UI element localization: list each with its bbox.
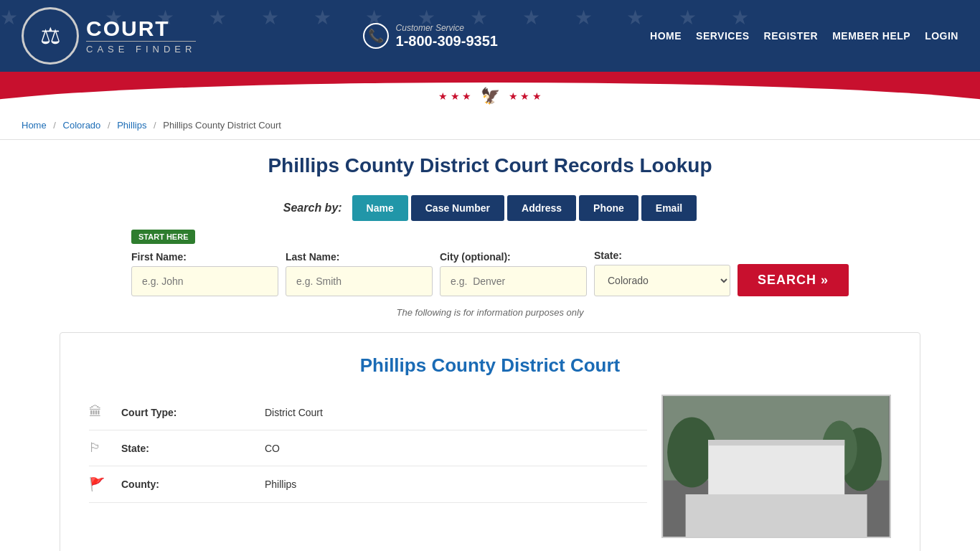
court-type-value: District Court [265, 407, 647, 418]
court-type-label: Court Type: [121, 407, 265, 418]
breadcrumb-sep-2: / [108, 120, 110, 131]
state-field-label: State: [121, 443, 265, 454]
court-state-row: 🏳 State: CO [89, 430, 647, 466]
court-info-card: Phillips County District Court 🏛 Court T… [60, 332, 920, 551]
court-card-title: Phillips County District Court [89, 354, 891, 377]
svg-rect-14 [717, 535, 837, 537]
svg-rect-6 [713, 452, 839, 463]
first-name-group: First Name: [131, 251, 278, 296]
state-field-value: CO [265, 443, 647, 454]
last-name-label: Last Name: [286, 251, 433, 263]
svg-rect-11 [755, 466, 773, 487]
state-select[interactable]: Colorado Alabama Alaska [594, 265, 730, 296]
state-icon: 🏳 [89, 441, 110, 456]
svg-rect-7 [730, 463, 739, 519]
county-field-label: County: [121, 479, 265, 490]
tab-address[interactable]: Address [507, 195, 576, 221]
main-nav: HOME SERVICES REGISTER MEMBER HELP LOGIN [650, 30, 958, 42]
last-name-input[interactable] [286, 266, 433, 296]
breadcrumb-colorado[interactable]: Colorado [63, 120, 101, 131]
svg-rect-10 [815, 463, 824, 519]
court-photo [661, 395, 891, 538]
cs-details: Customer Service 1-800-309-9351 [396, 23, 498, 50]
customer-service: 📞 Customer Service 1-800-309-9351 [363, 23, 498, 50]
cs-number: 1-800-309-9351 [396, 33, 498, 49]
search-form: First Name: Last Name: City (optional): … [131, 250, 849, 296]
city-input[interactable] [440, 266, 587, 296]
court-photo-inner [663, 396, 890, 537]
logo-court-text: COURT [86, 18, 196, 39]
phone-icon: 📞 [363, 23, 389, 49]
eagle-icon: 🦅 [481, 87, 500, 105]
breadcrumb-sep-3: / [154, 120, 156, 131]
svg-rect-8 [745, 463, 753, 519]
search-by-row: Search by: Name Case Number Address Phon… [131, 195, 849, 221]
svg-point-4 [822, 420, 857, 476]
tab-case-number[interactable]: Case Number [411, 195, 504, 221]
svg-rect-13 [762, 501, 790, 537]
svg-rect-5 [720, 459, 833, 537]
first-name-label: First Name: [131, 251, 278, 263]
cs-label: Customer Service [396, 23, 498, 33]
breadcrumb-current: Phillips County District Court [163, 120, 281, 131]
main-content: Phillips County District Court Records L… [0, 140, 980, 551]
start-here-text: START HERE [131, 230, 195, 244]
nav-register[interactable]: REGISTER [764, 30, 819, 42]
star-left: ★ ★ ★ [438, 90, 472, 102]
nav-services[interactable]: SERVICES [696, 30, 750, 42]
logo-badge [22, 7, 79, 65]
nav-login[interactable]: LOGIN [925, 30, 958, 42]
county-field-value: Phillips [265, 479, 647, 490]
last-name-group: Last Name: [286, 251, 433, 296]
wave-emblem: ★ ★ ★ 🦅 ★ ★ ★ [438, 87, 542, 105]
svg-rect-12 [780, 466, 798, 487]
court-type-row: 🏛 Court Type: District Court [89, 395, 647, 430]
wave-divider: ★ ★ ★ 🦅 ★ ★ ★ [0, 72, 980, 111]
state-group: State: Colorado Alabama Alaska [594, 250, 730, 296]
tab-name[interactable]: Name [352, 195, 408, 221]
logo-text: COURT CASE FINDER [86, 18, 196, 55]
tab-phone[interactable]: Phone [579, 195, 639, 221]
tab-email[interactable]: Email [641, 195, 697, 221]
search-area: Search by: Name Case Number Address Phon… [131, 195, 849, 318]
svg-rect-9 [801, 463, 809, 519]
page-title: Phillips County District Court Records L… [22, 154, 958, 177]
state-label: State: [594, 250, 730, 261]
nav-home[interactable]: HOME [650, 30, 682, 42]
city-label: City (optional): [440, 251, 587, 263]
breadcrumb-home[interactable]: Home [22, 120, 47, 131]
star-right: ★ ★ ★ [509, 90, 542, 102]
nav-member-help[interactable]: MEMBER HELP [832, 30, 910, 42]
search-button[interactable]: SEARCH » [738, 264, 849, 296]
site-header: COURT CASE FINDER 📞 Customer Service 1-8… [0, 0, 980, 72]
logo-sub-text: CASE FINDER [86, 41, 196, 55]
start-here-badge: START HERE [131, 230, 849, 250]
court-county-row: 🚩 County: Phillips [89, 466, 647, 503]
logo-area: COURT CASE FINDER [22, 7, 196, 65]
county-icon: 🚩 [89, 476, 110, 492]
court-type-icon: 🏛 [89, 405, 110, 420]
svg-point-2 [667, 417, 717, 487]
breadcrumb: Home / Colorado / Phillips / Phillips Co… [0, 111, 980, 140]
breadcrumb-phillips[interactable]: Phillips [117, 120, 146, 131]
court-info-section: 🏛 Court Type: District Court 🏳 State: CO… [89, 395, 891, 538]
court-details-left: 🏛 Court Type: District Court 🏳 State: CO… [89, 395, 647, 538]
court-photo-area [661, 395, 891, 538]
first-name-input[interactable] [131, 266, 278, 296]
search-by-label: Search by: [283, 202, 342, 215]
info-note: The following is for information purpose… [131, 307, 849, 318]
city-group: City (optional): [440, 251, 587, 296]
breadcrumb-sep-1: / [53, 120, 56, 131]
